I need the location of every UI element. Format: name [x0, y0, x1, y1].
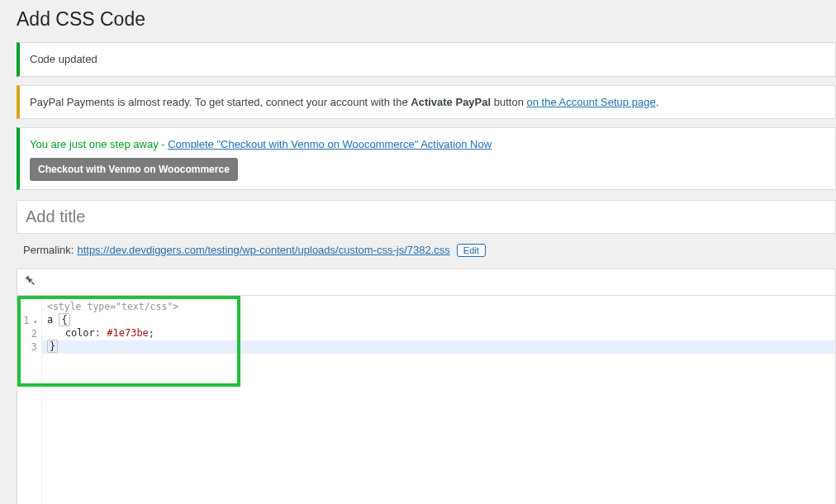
notice-venmo: You are just one step away - Complete "C… [17, 127, 836, 190]
paypal-mid: button [491, 96, 526, 108]
title-input[interactable] [17, 201, 835, 233]
title-box [17, 200, 836, 234]
permalink-url[interactable]: https://dev.devdiggers.com/testing/wp-co… [77, 244, 449, 256]
notice-paypal: PayPal Payments is almost ready. To get … [17, 85, 836, 120]
notice-code-updated: Code updated [17, 42, 836, 77]
paypal-prefix: PayPal Payments is almost ready. To get … [30, 96, 411, 108]
code-line[interactable]: color: #1e73be; [42, 327, 835, 340]
code-line[interactable]: a { [42, 314, 835, 327]
paypal-setup-link[interactable]: on the Account Setup page [526, 96, 655, 108]
venmo-badge-button[interactable]: Checkout with Venmo on Woocommerce [30, 158, 238, 181]
permalink-label: Permalink: [23, 244, 74, 256]
notice-text: Code updated [30, 53, 97, 65]
paypal-bold: Activate PayPal [411, 96, 491, 108]
permalink-row: Permalink: https://dev.devdiggers.com/te… [17, 239, 836, 269]
code-editor[interactable]: 123 <style type="text/css"> a { color: #… [17, 296, 835, 505]
gutter-line: 1 [17, 314, 37, 327]
gutter-line: 2 [17, 327, 37, 340]
permalink-edit-button[interactable]: Edit [457, 244, 486, 257]
code-container: 123 <style type="text/css"> a { color: #… [17, 296, 835, 505]
code-style-header: <style type="text/css"> [42, 299, 835, 314]
code-lines[interactable]: <style type="text/css"> a { color: #1e73… [42, 296, 835, 505]
venmo-activation-link[interactable]: Complete "Checkout with Venmo on Woocomm… [168, 138, 492, 150]
code-line[interactable]: } [42, 340, 835, 354]
code-editor-area: 123 <style type="text/css"> a { color: #… [17, 269, 836, 505]
page-title: Add CSS Code [17, 8, 836, 31]
gutter-line: 3 [17, 340, 37, 354]
code-gutter: 123 [17, 296, 42, 505]
editor-toolbar [17, 269, 835, 296]
paypal-suffix: . [656, 96, 659, 108]
pin-icon[interactable] [21, 271, 40, 290]
venmo-prefix: You are just one step away - [30, 138, 168, 150]
